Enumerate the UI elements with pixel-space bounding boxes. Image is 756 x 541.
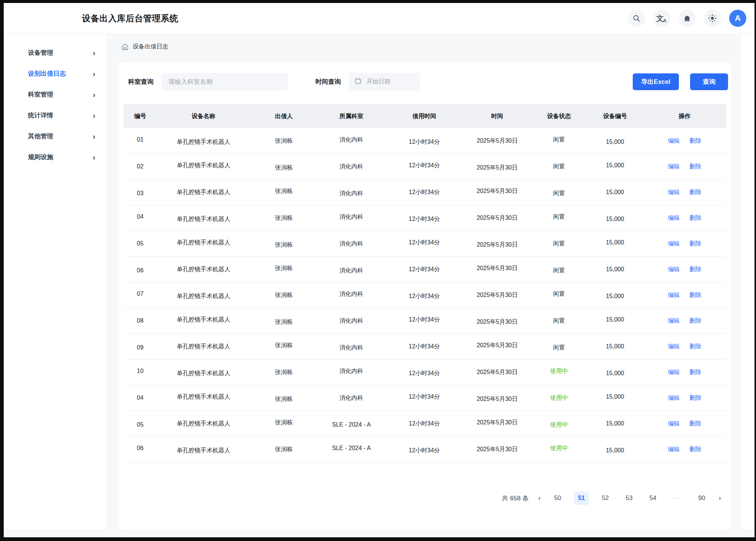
borrow-duration: 12小时34分: [385, 180, 463, 205]
header-actions: 文A: [628, 10, 746, 27]
delete-link[interactable]: 删除: [689, 343, 701, 351]
delete-link[interactable]: 删除: [689, 240, 701, 248]
dept-query-label: 科室查询: [128, 77, 153, 86]
column-header: 出借人: [250, 104, 318, 128]
delete-link[interactable]: 删除: [689, 446, 701, 453]
row-id: 02: [124, 154, 157, 180]
pagination-page-52[interactable]: 52: [598, 491, 613, 505]
borrower: 张润栋: [250, 128, 318, 154]
sidebar: 设备管理›设别出借日志›科室管理›统计详情›其他管理›规则设施›: [4, 34, 107, 529]
scrollbar-track[interactable]: [741, 34, 755, 529]
device-name: 单孔腔镜手术机器人: [157, 205, 250, 231]
chevron-right-icon: ›: [93, 153, 95, 161]
edit-link[interactable]: 编辑: [668, 291, 680, 299]
borrower: 张润栋: [250, 411, 318, 437]
sidebar-item-2[interactable]: 设别出借日志›: [4, 63, 107, 84]
delete-link[interactable]: 删除: [689, 317, 701, 325]
language-button[interactable]: 文A: [653, 10, 670, 27]
avatar[interactable]: A: [729, 10, 746, 27]
department: 消化内科: [318, 231, 385, 257]
department: 消化内科: [318, 334, 385, 360]
edit-link[interactable]: 编辑: [668, 446, 680, 453]
content-card: 科室查询 时间查询 开始日期 导出Excel: [119, 63, 731, 529]
borrower: 张润栋: [250, 257, 318, 282]
pagination-page-50[interactable]: 50: [550, 491, 565, 505]
department: 消化内科: [318, 128, 385, 154]
row-actions: 编辑删除: [643, 128, 726, 154]
sidebar-item-1[interactable]: 设备管理›: [4, 42, 107, 63]
row-id: 10: [124, 360, 157, 385]
device-name: 单孔腔镜手术机器人: [157, 411, 250, 437]
notification-button[interactable]: [679, 10, 696, 27]
edit-link[interactable]: 编辑: [668, 343, 680, 351]
borrow-duration: 12小时34分: [385, 411, 463, 437]
query-button[interactable]: 查询: [690, 73, 728, 90]
date: 2025年5月30日: [464, 411, 531, 437]
device-name: 单孔腔镜手术机器人: [157, 231, 250, 257]
date: 2025年5月30日: [464, 154, 531, 180]
edit-link[interactable]: 编辑: [668, 420, 680, 428]
pagination-prev-icon[interactable]: ‹: [538, 494, 541, 502]
edit-link[interactable]: 编辑: [668, 137, 680, 145]
date: 2025年5月30日: [464, 360, 531, 385]
date: 2025年5月30日: [464, 385, 531, 411]
edit-link[interactable]: 编辑: [668, 163, 680, 171]
top-header: 设备出入库后台管理系统 文A: [4, 3, 755, 34]
delete-link[interactable]: 删除: [689, 189, 701, 196]
sidebar-item-6[interactable]: 规则设施›: [4, 146, 107, 167]
status-badge: 闲置: [531, 205, 587, 231]
status-badge: 闲置: [531, 180, 587, 205]
start-date-picker[interactable]: 开始日期: [349, 73, 420, 91]
delete-link[interactable]: 删除: [689, 394, 701, 402]
edit-link[interactable]: 编辑: [668, 317, 680, 325]
device-code: 15,000: [587, 282, 643, 308]
search-icon: [632, 14, 641, 22]
table-row: 01单孔腔镜手术机器人张润栋消化内科12小时34分2025年5月30日闲置15,…: [124, 128, 726, 154]
status-badge: 闲置: [531, 154, 587, 180]
borrow-duration: 12小时34分: [385, 308, 463, 334]
edit-link[interactable]: 编辑: [668, 368, 680, 376]
pagination-page-53[interactable]: 53: [622, 491, 636, 505]
row-actions: 编辑删除: [643, 257, 726, 282]
edit-link[interactable]: 编辑: [668, 189, 680, 196]
export-excel-button[interactable]: 导出Excel: [633, 73, 679, 90]
department: 消化内科: [318, 205, 385, 231]
status-badge: 闲置: [531, 231, 587, 257]
device-code: 15,000: [587, 437, 643, 462]
delete-link[interactable]: 删除: [689, 214, 701, 222]
edit-link[interactable]: 编辑: [668, 394, 680, 402]
department: 消化内科: [318, 282, 385, 308]
delete-link[interactable]: 删除: [689, 420, 701, 428]
date: 2025年5月30日: [464, 231, 531, 257]
edit-link[interactable]: 编辑: [668, 240, 680, 248]
row-actions: 编辑删除: [643, 205, 726, 231]
pagination-page-90[interactable]: 90: [694, 491, 709, 505]
edit-link[interactable]: 编辑: [668, 214, 680, 222]
delete-link[interactable]: 删除: [689, 163, 701, 171]
borrow-duration: 12小时34分: [385, 437, 463, 462]
sidebar-item-label: 设别出借日志: [28, 69, 66, 78]
table-row: 09单孔腔镜手术机器人张润栋消化内科12小时34分2025年5月30日闲置15,…: [124, 334, 726, 360]
edit-link[interactable]: 编辑: [668, 266, 680, 273]
pagination-page-54[interactable]: 54: [645, 491, 660, 505]
notification-icon: [683, 14, 691, 22]
sidebar-item-4[interactable]: 统计详情›: [4, 105, 107, 126]
date: 2025年5月30日: [464, 437, 531, 462]
table-row: 05单孔腔镜手术机器人张润栋消化内科12小时34分2025年5月30日闲置15,…: [124, 231, 726, 257]
search-button[interactable]: [628, 10, 645, 27]
theme-button[interactable]: [704, 10, 721, 27]
delete-link[interactable]: 删除: [689, 266, 701, 273]
sidebar-item-5[interactable]: 其他管理›: [4, 126, 107, 146]
status-badge: 闲置: [531, 257, 587, 282]
filter-bar: 科室查询 时间查询 开始日期 导出Excel: [119, 63, 731, 91]
pagination-next-icon[interactable]: ›: [718, 494, 722, 502]
borrow-duration: 12小时34分: [385, 385, 463, 411]
pagination-page-51[interactable]: 51: [574, 491, 589, 505]
delete-link[interactable]: 删除: [689, 291, 701, 299]
delete-link[interactable]: 删除: [689, 368, 701, 376]
delete-link[interactable]: 删除: [689, 137, 701, 145]
dept-query-input[interactable]: [162, 73, 288, 91]
table-row: 07单孔腔镜手术机器人张润栋消化内科12小时34分2025年5月30日闲置15,…: [124, 282, 726, 308]
borrower: 张润栋: [250, 360, 318, 385]
sidebar-item-3[interactable]: 科室管理›: [4, 84, 107, 105]
